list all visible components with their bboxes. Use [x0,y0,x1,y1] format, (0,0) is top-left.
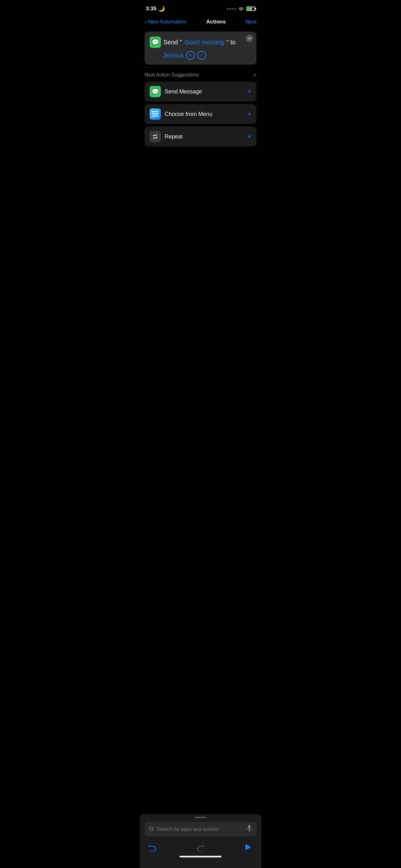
message-app-icon: 💬 [149,36,161,48]
action-card: 💬 Send " Good morning " to Jessica + › ✕ [144,32,257,65]
status-icons: ⚡ [227,6,255,11]
recipient-variable[interactable]: Jessica [163,51,183,60]
back-arrow-icon: ‹ [144,18,147,25]
nav-bar: ‹ New Automation Actions Next [140,16,261,29]
choose-menu-icon [149,108,161,120]
message-icon: 💬 [152,38,159,46]
suggestions-chevron-icon[interactable]: ∨ [253,72,257,78]
suggestion-left: Repeat [149,131,183,142]
action-second-line: Jessica + › [149,51,252,60]
svg-rect-2 [152,116,159,117]
suggestions-list: 💬 Send Message + Choose from Menu + [140,82,261,147]
time-display: 3:35 [146,6,157,12]
repeat-label: Repeat [165,133,183,140]
expand-button[interactable]: › [197,51,206,60]
suggestion-left: Choose from Menu [149,108,212,120]
suggestion-left: 💬 Send Message [149,86,202,97]
moon-icon: 🌙 [158,6,165,12]
suggestion-send-message[interactable]: 💬 Send Message + [144,82,257,101]
battery-icon: ⚡ [246,6,255,11]
signal-icon [227,8,236,10]
send-label: Send " [163,38,182,46]
action-first-line: 💬 Send " Good morning " to [149,36,235,48]
status-bar: 3:35 🌙 ⚡ [140,0,261,16]
status-time: 3:35 🌙 [146,6,165,12]
action-content: 💬 Send " Good morning " to Jessica + › [149,36,252,60]
add-repeat-button[interactable]: + [247,132,252,141]
suggestion-repeat[interactable]: Repeat + [144,127,257,147]
to-label: " to [226,38,235,46]
add-send-message-button[interactable]: + [247,88,252,96]
choose-menu-label: Choose from Menu [165,111,212,118]
close-action-button[interactable]: ✕ [246,35,253,42]
svg-rect-0 [152,111,159,112]
next-button[interactable]: Next [245,19,257,25]
wifi-icon [238,6,244,11]
svg-rect-1 [152,114,159,114]
add-variable-button[interactable]: + [186,51,195,60]
back-button[interactable]: ‹ New Automation [144,18,187,25]
back-label: New Automation [148,19,187,25]
suggestions-header: Next Action Suggestions ∨ [140,71,261,82]
message-variable[interactable]: Good morning [184,38,224,46]
page-title: Actions [206,19,226,25]
send-message-icon: 💬 [149,86,161,97]
suggestion-choose-menu[interactable]: Choose from Menu + [144,104,257,124]
send-message-label: Send Message [165,88,202,95]
add-choose-menu-button[interactable]: + [247,110,252,118]
repeat-icon [149,131,161,142]
suggestions-title: Next Action Suggestions [144,72,199,78]
